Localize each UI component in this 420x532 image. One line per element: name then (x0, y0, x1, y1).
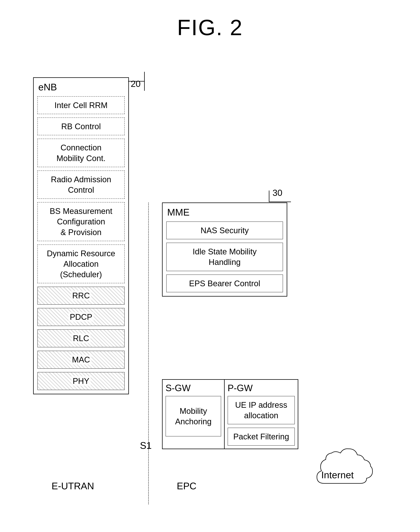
ref-20: 20 (131, 79, 140, 89)
epc-label: EPC (177, 480, 196, 491)
ref30-bracket (269, 191, 269, 202)
enb-label: eNB (37, 82, 125, 93)
ref-30: 30 (272, 188, 282, 198)
rrc-box: RRC (37, 287, 125, 305)
nas-security-box: NAS Security (166, 222, 283, 239)
internet-cloud (313, 447, 376, 495)
eps-bearer-box: EPS Bearer Control (166, 274, 283, 292)
ue-ip-box: UE IP addressallocation (228, 396, 295, 424)
dynamic-resource-box: Dynamic ResourceAllocation(Scheduler) (37, 244, 125, 283)
s1-label: S1 (140, 440, 152, 451)
packet-filtering-box: Packet Filtering (228, 428, 295, 445)
s1-interface-line (148, 203, 149, 504)
pgw-label: P-GW (228, 383, 295, 393)
rlc-box: RLC (37, 329, 125, 347)
mobility-anchoring-box: MobilityAnchoring (165, 396, 221, 436)
sgw-box: S-GW MobilityAnchoring (162, 379, 225, 449)
inter-cell-rrm-box: Inter Cell RRM (37, 96, 125, 114)
mme-box: MME NAS Security Idle State MobilityHand… (162, 203, 287, 296)
diagram-container: 20 eNB Inter Cell RRM RB Control Connect… (33, 52, 387, 495)
pgw-box: P-GW UE IP addressallocation Packet Filt… (225, 379, 298, 449)
gateway-row: S-GW MobilityAnchoring P-GW UE IP addres… (162, 379, 298, 449)
eutran-label: E-UTRAN (52, 480, 94, 491)
pdcp-box: PDCP (37, 308, 125, 326)
sgw-label: S-GW (165, 383, 221, 393)
mme-label: MME (166, 207, 283, 218)
page-title: FIG. 2 (0, 15, 420, 40)
idle-state-box: Idle State MobilityHandling (166, 243, 283, 271)
enb-box: eNB Inter Cell RRM RB Control Connection… (33, 77, 129, 394)
bs-measurement-box: BS MeasurementConfiguration& Provision (37, 202, 125, 241)
connection-mobility-box: ConnectionMobility Cont. (37, 139, 125, 167)
rb-control-box: RB Control (37, 118, 125, 135)
mac-box: MAC (37, 351, 125, 369)
radio-admission-box: Radio AdmissionControl (37, 170, 125, 199)
phy-box: PHY (37, 372, 125, 390)
